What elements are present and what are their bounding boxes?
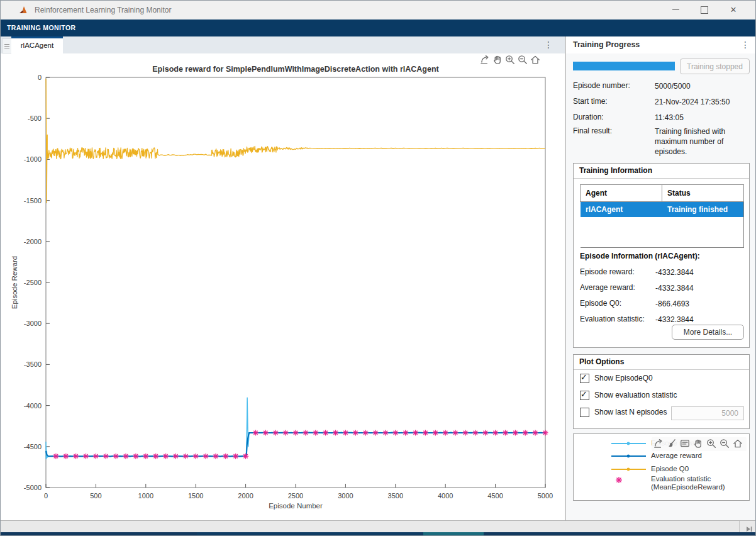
- datatip-icon[interactable]: [679, 438, 692, 450]
- field-value: -4332.3844: [655, 283, 743, 293]
- svg-text:1000: 1000: [138, 492, 153, 500]
- app-window: Reinforcement Learning Training Monitor …: [0, 0, 756, 536]
- svg-text:-4500: -4500: [24, 443, 42, 450]
- field-value: Training finished with maximum number of…: [655, 126, 743, 157]
- training-stopped-button[interactable]: Training stopped: [680, 59, 750, 74]
- checkbox-label: Show evaluation statistic: [594, 391, 677, 400]
- reward-chart[interactable]: 0500100015002000250030003500400045005000…: [1, 53, 565, 520]
- svg-text:4000: 4000: [438, 492, 453, 500]
- field-label: Final result:: [573, 126, 612, 135]
- panel-title: Training Progress: [573, 36, 640, 53]
- field-label: Average reward:: [580, 283, 635, 292]
- home-icon[interactable]: [530, 54, 542, 67]
- axes-toolbar: [479, 54, 542, 67]
- legend-label: Evaluation statistic: [651, 475, 711, 483]
- training-progress-panel: Training stopped Episode number: 5000/50…: [566, 53, 756, 520]
- plot-options-section: Plot Options Show EpisodeQ0 Show evaluat…: [573, 354, 750, 429]
- field-label: Episode Q0:: [580, 299, 621, 308]
- export-icon[interactable]: [479, 54, 492, 67]
- pan-icon[interactable]: [692, 438, 706, 450]
- title-bar: Reinforcement Learning Training Monitor …: [1, 1, 755, 20]
- window-controls: ✕: [661, 1, 748, 20]
- checkbox-label: Show last N episodes: [594, 408, 667, 417]
- zoom-in-icon[interactable]: [504, 54, 517, 67]
- svg-text:-3500: -3500: [24, 360, 42, 368]
- section-title: Training Information: [574, 164, 749, 179]
- episode-info-title: Episode Information (rlACAgent):: [580, 252, 700, 260]
- field-value: -866.4693: [655, 299, 743, 309]
- tab-strip-handle[interactable]: [2, 38, 12, 53]
- zoom-in-icon[interactable]: [706, 438, 719, 450]
- legend-sublabel: (MeanEpisodeReward): [651, 483, 725, 491]
- checkbox-icon: [580, 408, 589, 417]
- training-progress-header: Training Progress ⋮: [566, 36, 756, 54]
- maximize-icon: [701, 6, 708, 14]
- matlab-logo-icon: [18, 5, 28, 15]
- window-title: Reinforcement Learning Training Monitor: [35, 6, 171, 14]
- column-status[interactable]: Status: [662, 185, 744, 202]
- svg-text:0: 0: [38, 74, 42, 81]
- table-row[interactable]: rlACAgent Training finished: [581, 202, 744, 218]
- legend-label: Episode Q0: [651, 465, 689, 472]
- section-title: Plot Options: [574, 355, 749, 370]
- figure-area: 0500100015002000250030003500400045005000…: [1, 53, 565, 520]
- cell-status: Training finished: [662, 202, 744, 218]
- cell-agent: rlACAgent: [581, 202, 662, 218]
- legend-label: Average reward: [651, 452, 702, 459]
- pan-icon[interactable]: [492, 54, 504, 67]
- close-icon: ✕: [730, 6, 737, 14]
- status-bar: [1, 520, 755, 532]
- brush-icon[interactable]: [666, 438, 679, 450]
- taskbar-strip: [1, 532, 755, 536]
- document-tab-strip: rlACAgent ⋮: [1, 36, 565, 54]
- svg-text:-5000: -5000: [24, 484, 42, 491]
- export-icon[interactable]: [653, 438, 666, 450]
- minimize-button[interactable]: [661, 1, 690, 19]
- agent-status-table: Agent Status rlACAgent Training finished: [580, 184, 744, 248]
- svg-text:-4000: -4000: [24, 402, 42, 410]
- line-sample-icon: [611, 438, 646, 449]
- svg-text:Episode reward for SimplePendl: Episode reward for SimplePendlumWithImag…: [152, 65, 439, 74]
- line-sample-icon: [611, 464, 646, 474]
- field-value: 11:43:05: [655, 113, 743, 123]
- field-value: -4332.3844: [655, 267, 743, 277]
- table-empty-row: [581, 217, 744, 248]
- minimize-icon: [672, 9, 679, 10]
- zoom-out-icon[interactable]: [719, 438, 732, 450]
- svg-text:4500: 4500: [487, 492, 503, 500]
- checkbox-label: Show EpisodeQ0: [594, 374, 653, 383]
- svg-text:-1500: -1500: [24, 197, 42, 204]
- tab-rlacagent[interactable]: rlACAgent: [11, 36, 63, 54]
- field-value: -4332.3844: [655, 315, 743, 325]
- field-label: Episode reward:: [580, 267, 635, 276]
- maximize-button[interactable]: [690, 1, 719, 19]
- svg-text:-500: -500: [28, 114, 42, 122]
- svg-text:500: 500: [90, 492, 101, 500]
- field-value: 5000/5000: [655, 81, 743, 91]
- progress-bar: [573, 62, 675, 70]
- ribbon-tab-training-monitor[interactable]: TRAINING MONITOR: [7, 20, 75, 36]
- svg-text:3000: 3000: [338, 492, 353, 500]
- home-icon[interactable]: [732, 438, 745, 450]
- checkbox-icon: [580, 391, 589, 400]
- ribbon: TRAINING MONITOR: [1, 20, 755, 36]
- panel-menu-icon[interactable]: ⋮: [740, 36, 750, 53]
- svg-text:-1000: -1000: [24, 155, 42, 163]
- asterisk-sample-icon: [611, 474, 646, 484]
- training-information-section: Training Information Agent Status rlACAg…: [573, 163, 750, 348]
- zoom-out-icon[interactable]: [517, 54, 530, 67]
- column-agent[interactable]: Agent: [581, 185, 662, 202]
- close-button[interactable]: ✕: [719, 1, 748, 19]
- svg-text:2500: 2500: [288, 492, 303, 500]
- tab-strip-menu-icon[interactable]: ⋮: [543, 36, 553, 53]
- field-value: 21-Nov-2024 17:35:50: [655, 97, 743, 107]
- chart-legend: Episode reward Average reward Episode Q0…: [573, 433, 750, 501]
- svg-text:2000: 2000: [238, 492, 253, 500]
- legend-toolbar: [652, 437, 747, 451]
- field-label: Evaluation statistic:: [580, 315, 645, 323]
- more-details-button[interactable]: More Details...: [672, 325, 744, 340]
- field-label: Duration:: [573, 113, 604, 121]
- svg-text:-3000: -3000: [24, 320, 42, 327]
- n-episodes-input[interactable]: [671, 406, 744, 420]
- tab-label: rlACAgent: [21, 42, 53, 49]
